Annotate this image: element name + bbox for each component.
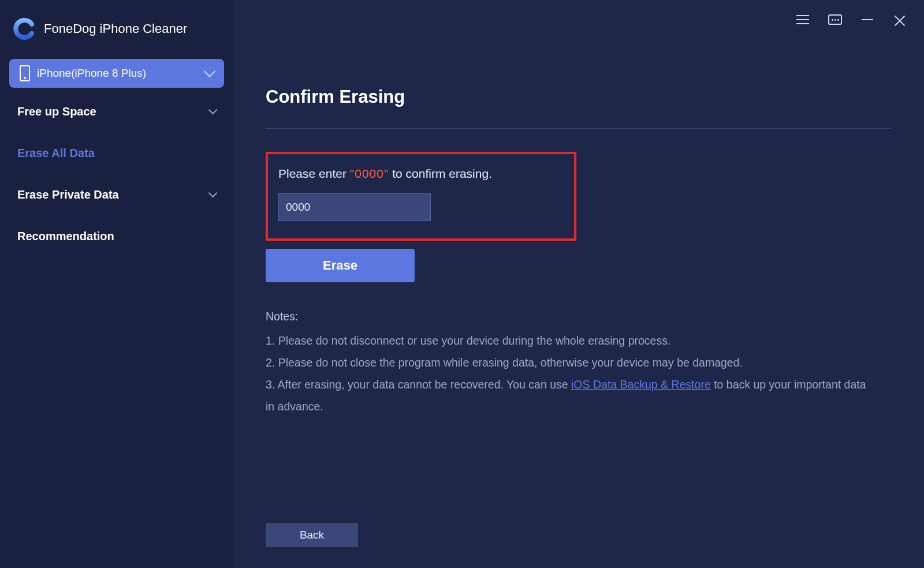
notes-section: Notes: 1. Please do not disconnect or us… (266, 305, 872, 417)
sidebar-item-label: Recommendation (17, 230, 114, 243)
hamburger-icon (796, 15, 809, 24)
close-button[interactable] (892, 12, 908, 28)
chevron-down-icon (208, 105, 218, 114)
confirm-code-input[interactable] (278, 193, 431, 221)
window-controls (795, 12, 908, 28)
divider (266, 128, 892, 129)
sidebar-item-erase-private-data[interactable]: Erase Private Data (9, 177, 224, 212)
phone-icon (20, 65, 30, 81)
app-brand: FoneDog iPhone Cleaner (9, 12, 224, 53)
chevron-down-icon (208, 188, 218, 197)
backup-restore-link[interactable]: iOS Data Backup & Restore (571, 378, 711, 391)
confirm-prompt: Please enter "0000" to confirm erasing. (278, 167, 564, 181)
close-icon (894, 14, 906, 25)
menu-button[interactable] (795, 12, 811, 28)
erase-button[interactable]: Erase (266, 249, 415, 282)
sidebar-item-erase-all-data[interactable]: Erase All Data (9, 135, 224, 171)
confirm-highlight-box: Please enter "0000" to confirm erasing. (266, 152, 576, 241)
sidebar-item-label: Free up Space (17, 105, 96, 118)
minimize-button[interactable] (859, 12, 875, 28)
main-panel: Confirm Erasing Please enter "0000" to c… (233, 0, 924, 568)
app-logo-icon (13, 17, 36, 40)
device-selector[interactable]: iPhone(iPhone 8 Plus) (9, 59, 224, 88)
sidebar-item-recommendation[interactable]: Recommendation (9, 218, 224, 254)
sidebar-item-label: Erase Private Data (17, 188, 119, 201)
device-label: iPhone(iPhone 8 Plus) (37, 67, 146, 80)
sidebar: FoneDog iPhone Cleaner iPhone(iPhone 8 P… (0, 0, 233, 568)
sidebar-item-free-up-space[interactable]: Free up Space (9, 94, 224, 129)
sidebar-item-label: Erase All Data (17, 147, 95, 160)
chat-icon (828, 14, 842, 25)
notes-heading: Notes: (266, 305, 872, 327)
note-line-3: 3. After erasing, your data cannot be re… (266, 373, 872, 417)
chevron-down-icon (204, 66, 215, 77)
feedback-button[interactable] (827, 12, 843, 28)
minimize-icon (862, 19, 873, 20)
note-line-2: 2. Please do not close the program while… (266, 352, 872, 373)
note-line-1: 1. Please do not disconnect or use your … (266, 330, 872, 352)
app-title: FoneDog iPhone Cleaner (44, 21, 187, 36)
back-button[interactable]: Back (266, 523, 358, 547)
